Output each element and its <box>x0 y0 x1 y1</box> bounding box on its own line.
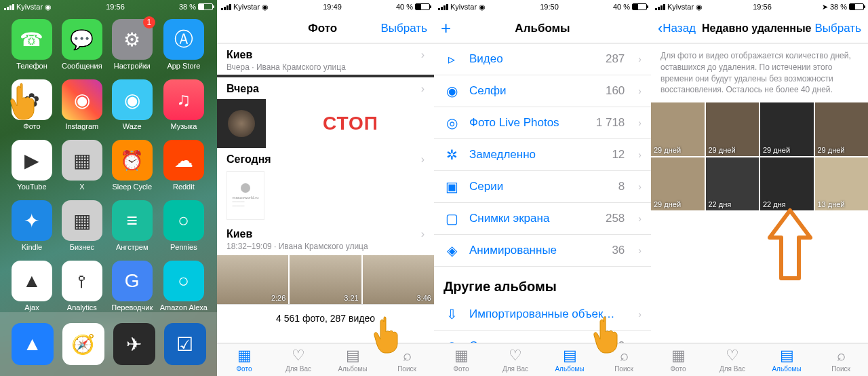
deleted-thumb[interactable]: 22 дня <box>706 157 760 211</box>
app-Телефон[interactable]: ☎Телефон <box>9 19 54 70</box>
tab-Фото[interactable]: ▦Фото <box>217 343 271 376</box>
tab-Поиск[interactable]: ⌕Поиск <box>380 343 434 376</box>
info-text: Для фото и видео отображается количество… <box>651 43 868 102</box>
app-Ajax[interactable]: ▲Ajax <box>9 261 54 312</box>
tab-Поиск[interactable]: ⌕Поиск <box>814 343 868 376</box>
chevron-right-icon: › <box>638 245 642 256</box>
app-icon: 💬 <box>62 19 102 60</box>
tab-label: Фото <box>671 365 686 373</box>
app-YouTube[interactable]: ▶YouTube <box>9 140 54 191</box>
album-row[interactable]: ⇩Импортированные объек…› <box>434 299 651 331</box>
thumbnail-row[interactable]: 2:263:213:46 <box>217 254 434 304</box>
thumbnail-row[interactable]: СТОП <box>217 98 434 148</box>
album-row[interactable]: ◈Анимированные36› <box>434 235 651 267</box>
app-Музыка[interactable]: ♫Музыка <box>160 79 208 130</box>
app-Instagram[interactable]: ◉Instagram <box>60 79 104 130</box>
tab-label: Альбомы <box>555 365 584 373</box>
tab-Альбомы[interactable]: ▤Альбомы <box>760 343 814 376</box>
select-button[interactable]: Выбрать <box>381 22 427 35</box>
tab-Для Вас[interactable]: ♡Для Вас <box>705 343 760 376</box>
album-row[interactable]: ▢Снимки экрана258› <box>434 203 651 235</box>
app-X[interactable]: ▦X <box>60 140 104 191</box>
tab-Поиск[interactable]: ⌕Поиск <box>597 343 651 376</box>
album-name: Видео <box>469 52 596 66</box>
dock-app[interactable]: ☑ <box>164 323 206 365</box>
app-Фото[interactable]: ✿Фото <box>9 79 54 130</box>
deleted-thumb[interactable]: 29 дней <box>815 102 869 156</box>
nav-bar: + Альбомы <box>434 14 651 43</box>
deleted-thumb[interactable]: 13 дней <box>815 157 869 211</box>
app-Amazon Alexa[interactable]: ○Amazon Alexa <box>160 261 208 312</box>
app-Sleep Cycle[interactable]: ⏰Sleep Cycle <box>110 140 155 191</box>
summary: 4 561 фото, 287 видео <box>217 304 434 332</box>
tab-Фото[interactable]: ▦Фото <box>434 343 488 376</box>
chevron-right-icon: › <box>638 117 642 128</box>
app-icon: ☎ <box>12 19 52 60</box>
album-row[interactable]: ✲Замедленно12› <box>434 139 651 171</box>
app-Pennies[interactable]: ○Pennies <box>160 200 208 251</box>
video-thumb[interactable]: 2:26 <box>217 255 288 304</box>
status-bar: Kyivstar◉ 19:49 40 % <box>217 0 434 14</box>
app-grid: ☎Телефон💬Сообщения⚙1НастройкиⒶApp Store✿… <box>0 14 217 317</box>
app-Сообщения[interactable]: 💬Сообщения <box>60 19 104 70</box>
album-type-icon: ▹ <box>443 51 460 67</box>
deleted-thumb[interactable]: 29 дней <box>760 102 814 156</box>
back-button[interactable]: ‹Назад <box>658 20 698 37</box>
location-icon: ➤ <box>822 3 828 12</box>
app-Waze[interactable]: ◉Waze <box>110 79 155 130</box>
wifi-icon: ◉ <box>45 3 52 12</box>
section-header[interactable]: Киев18:32–19:09 · Ивана Крамского улица … <box>217 223 434 254</box>
album-row[interactable]: ◉Селфи160› <box>434 75 651 107</box>
tab-icon: ▦ <box>454 347 469 364</box>
tab-Фото[interactable]: ▦Фото <box>651 343 705 376</box>
deleted-thumb[interactable]: 29 дней <box>651 102 705 156</box>
section-header: Другие альбомы <box>434 267 651 299</box>
dock-app[interactable]: 🧭 <box>62 323 104 365</box>
app-Ангстрем[interactable]: ≡Ангстрем <box>110 200 155 251</box>
tab-Альбомы[interactable]: ▤Альбомы <box>542 343 597 376</box>
app-Бизнес[interactable]: ▦Бизнес <box>60 200 104 251</box>
app-Reddit[interactable]: ☁Reddit <box>160 140 208 191</box>
section-header[interactable]: Сегодня › <box>217 148 434 168</box>
app-Kindle[interactable]: ✦Kindle <box>9 200 54 251</box>
section-header[interactable]: КиевВчера · Ивана Крамского улица › <box>217 43 434 75</box>
album-row[interactable]: ◎Фото Live Photos1 718› <box>434 107 651 139</box>
app-App Store[interactable]: ⒶApp Store <box>160 19 208 70</box>
dock-app[interactable]: ▲ <box>12 323 54 365</box>
dock: ▲🧭✈☑ <box>0 312 217 376</box>
video-thumb[interactable]: 3:46 <box>363 255 434 304</box>
album-count: 258 <box>606 212 625 225</box>
app-Переводчик[interactable]: GПереводчик <box>110 261 155 312</box>
app-icon: ▲ <box>12 261 52 301</box>
tab-label: Поиск <box>397 365 416 373</box>
album-name: Импортированные объек… <box>469 307 615 321</box>
app-Настройки[interactable]: ⚙1Настройки <box>110 19 155 70</box>
deleted-thumb[interactable]: 29 дней <box>651 157 705 211</box>
add-button[interactable]: + <box>441 18 481 39</box>
album-row[interactable]: ▣Серии8› <box>434 171 651 203</box>
status-bar: Kyivstar◉ 19:50 40 % <box>434 0 651 14</box>
video-thumb[interactable]: 3:21 <box>290 255 361 304</box>
app-label: Reddit <box>173 183 195 191</box>
tab-bar: ▦Фото♡Для Вас▤Альбомы⌕Поиск <box>651 343 868 376</box>
battery-icon <box>198 3 213 10</box>
select-button[interactable]: Выбрать <box>815 22 861 35</box>
app-icon: ○ <box>163 261 204 301</box>
tab-icon: ▦ <box>671 347 686 364</box>
tab-icon: ♡ <box>292 347 305 364</box>
tab-Альбомы[interactable]: ▤Альбомы <box>326 343 380 376</box>
tab-Для Вас[interactable]: ♡Для Вас <box>488 343 542 376</box>
dock-app[interactable]: ✈ <box>113 323 155 365</box>
app-label: Instagram <box>65 122 98 130</box>
deleted-thumb[interactable]: 29 дней <box>706 102 760 156</box>
chevron-right-icon: › <box>638 149 642 160</box>
deleted-thumb[interactable]: 22 дня <box>760 157 814 211</box>
app-label: Kindle <box>22 243 43 251</box>
document-thumb[interactable]: macosworld.ru—————— <box>226 171 264 220</box>
signal-icon <box>221 4 231 10</box>
app-Analytics[interactable]: ⫯Analytics <box>60 261 104 312</box>
tab-Для Вас[interactable]: ♡Для Вас <box>271 343 326 376</box>
section-header[interactable]: Вчера › <box>217 77 434 98</box>
album-row[interactable]: ▹Видео287› <box>434 43 651 75</box>
album-type-icon: ▢ <box>443 210 460 227</box>
